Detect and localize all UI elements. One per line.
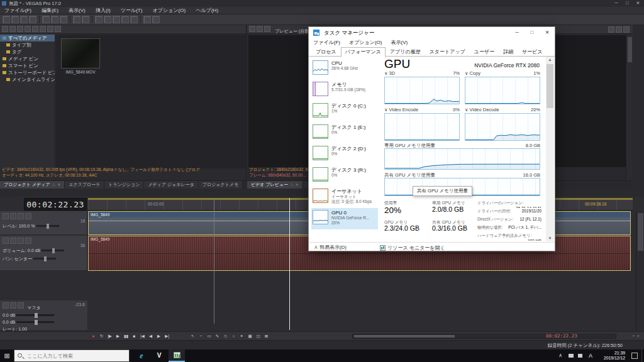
vegas-taskbar-icon[interactable]: V [151,349,167,362]
show-desktop-button[interactable] [641,349,644,362]
lock-envelopes-toggle-icon[interactable] [121,16,129,23]
sidebar-item-disk3[interactable]: ディスク 3 (R:)0% [311,165,378,187]
go-to-end-button[interactable]: ▶| [163,332,171,340]
tree-item-storyboard-bin[interactable]: ストーリーボード ビン [0,69,55,76]
remove-media-icon[interactable] [32,26,38,32]
sidebar-item-disk1[interactable]: ディスク 1 (E:)0% [311,123,378,144]
pause-button[interactable]: ▮▮ [122,332,130,340]
marker-tool-button[interactable]: ◇ [221,332,230,340]
tab-video-preview[interactable]: ビデオ プレビュー□✕ [247,181,303,189]
video-track-header[interactable]: レベル: 100.0 % 18 [0,211,87,235]
track-mute-icon[interactable] [3,213,9,219]
dock-float-icon[interactable]: □ [291,183,293,187]
minimize-button[interactable]: ─ [509,27,525,38]
tree-item-media-bin[interactable]: メディア ビン [0,55,55,62]
scrollbar-thumb[interactable] [628,37,632,62]
grid-toggle-button[interactable]: ▦ [246,332,254,340]
region-tool-button[interactable]: ○ [230,332,238,340]
close-button[interactable]: ✕ [540,27,555,38]
preview-settings-icon[interactable] [623,26,630,33]
refresh-media-icon[interactable] [9,26,16,32]
paste-icon[interactable] [60,16,67,23]
mixer-toggle-icon[interactable] [143,16,151,23]
loop-playback-button[interactable]: ↻ [97,332,106,340]
menu-file[interactable]: ファイル(F) [0,7,36,14]
dock-close-icon[interactable]: ✕ [296,183,299,187]
tab-performance[interactable]: パフォーマンス [341,47,386,57]
preview-quality-dropdown[interactable]: プレビュー (自動) [275,29,310,33]
search-input[interactable] [27,351,126,360]
level-slider[interactable] [36,225,59,227]
tab-project-notes[interactable]: プロジェクトメモ [199,181,243,189]
taskbar-clock[interactable]: 21:39 2019/12/12 [604,351,625,361]
normal-edit-tool-button[interactable]: ↖ [189,332,197,340]
stop-button[interactable]: ■ [130,332,138,340]
open-project-icon[interactable] [11,16,19,23]
media-fx-icon[interactable] [40,26,46,32]
ignore-grouping-toggle-icon[interactable] [130,16,138,23]
envelope-tool-button[interactable]: ~ [197,332,205,340]
menu-options[interactable]: オプション(O) [345,38,387,47]
tray-caret-icon[interactable]: ∧ [558,353,562,358]
prev-frame-button[interactable]: ◀ [147,332,155,340]
pencil-tool-button[interactable]: ✎ [213,332,221,340]
selection-tool-button[interactable]: ▭ [205,332,213,340]
master-solo-icon[interactable] [10,302,16,309]
auto-crossfade-toggle-icon[interactable] [104,16,111,23]
menu-insert[interactable]: 挿入(I) [91,7,115,14]
media-properties-icon[interactable] [25,26,31,32]
copy-frame-icon[interactable] [608,26,614,33]
master-fader-left[interactable] [16,314,54,316]
redo-icon[interactable] [82,16,89,23]
sidebar-item-memory[interactable]: メモリ5.7/31.9 GB (18%) [311,80,378,101]
start-button[interactable]: ⊞ [0,349,14,362]
save-project-icon[interactable] [20,16,28,23]
tab-explorer[interactable]: エクスプローラ [65,181,104,189]
ime-indicator[interactable]: A [589,353,592,359]
import-media-icon[interactable] [2,26,8,32]
scrollbar-thumb[interactable] [547,64,553,108]
close-button[interactable]: ✕ [633,0,643,6]
sidebar-item-ethernet[interactable]: イーサネットイーサネット送信: 0 受信: 8.0 Kbps [311,187,378,208]
project-video-properties-icon[interactable] [249,26,255,32]
tree-item-smart-bin[interactable]: スマート ビン [0,62,55,69]
go-to-start-button[interactable]: |◀ [138,332,147,340]
menu-help[interactable]: ヘルプ(H) [191,7,223,14]
taskbar-search[interactable] [14,349,130,362]
chevron-down-icon[interactable]: ∨ [384,70,388,76]
tab-services[interactable]: サービス [518,47,547,57]
track-fx-icon[interactable] [25,238,31,244]
maximize-button[interactable]: □ [623,0,632,6]
tab-project-media[interactable]: プロジェクト メディア□✕ [0,181,65,189]
search-media-icon[interactable] [55,26,61,32]
menu-options[interactable]: オプション(O) [148,7,191,14]
chevron-down-icon[interactable]: ∨ [384,107,388,112]
edit-cursor[interactable] [214,198,214,324]
track-mute-icon[interactable] [10,238,16,244]
record-button[interactable]: ● [89,332,97,340]
minimize-button[interactable]: ─ [612,0,621,6]
chevron-down-icon[interactable]: ∨ [465,107,469,112]
sidebar-item-disk0[interactable]: ディスク 0 (C:)1% [311,101,378,123]
split-screen-icon[interactable] [257,26,263,32]
volume-slider[interactable] [42,250,64,251]
preview-vertical-scrollbar[interactable] [626,35,633,180]
scroll-down-icon[interactable]: ▼ [546,236,554,240]
save-frame-icon[interactable] [616,26,622,33]
new-project-icon[interactable] [3,16,10,23]
task-manager-scrollbar[interactable]: ▲ ▼ [546,57,554,241]
maximize-button[interactable]: □ [525,27,540,38]
cut-icon[interactable] [42,16,50,23]
playhead[interactable] [289,198,290,330]
project-properties-icon[interactable] [29,16,36,23]
tab-users[interactable]: ユーザー [470,47,499,57]
snap-toggle-button[interactable]: ≡ [238,332,246,340]
master-fader-right[interactable] [16,321,54,323]
timeline-timecode-display[interactable]: 00:02:22.23 [24,198,87,211]
tree-item-tags[interactable]: タグ [0,48,55,55]
group-toggle-button[interactable]: ◫ [254,332,262,340]
simple-view-button[interactable]: ∧ 簡易表示(D) [314,244,347,251]
menu-file[interactable]: ファイル(F) [309,38,345,47]
open-resource-monitor-link[interactable]: リソース モニターを開く [378,244,445,251]
track-solo-icon[interactable] [18,238,24,244]
